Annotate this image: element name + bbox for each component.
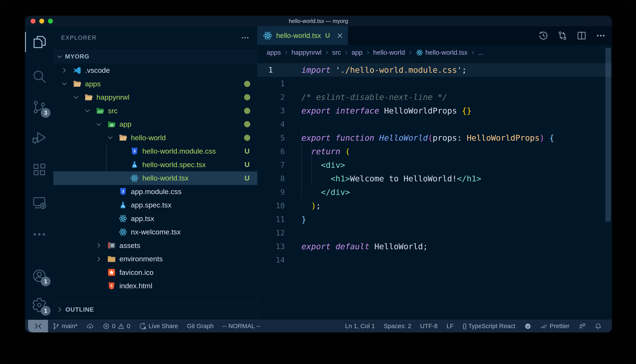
tab-git-status-badge: U <box>325 32 330 40</box>
editor-scrollbar[interactable] <box>605 48 611 222</box>
status-item-prettier[interactable]: Prettier <box>536 320 574 332</box>
code-line: 14 <box>258 253 612 267</box>
line-number: 1 <box>280 77 285 90</box>
status-item-indentation[interactable]: Spaces: 2 <box>379 320 416 332</box>
views-and-more-actions-button[interactable] <box>241 33 250 42</box>
status-item-feedback[interactable] <box>574 320 590 332</box>
activity-item-more-views[interactable] <box>25 223 54 246</box>
tree-item-assets[interactable]: assets <box>54 239 257 252</box>
activity-item-extensions[interactable] <box>25 159 54 181</box>
minimize-window-button[interactable] <box>39 19 44 24</box>
line-number: 4 <box>280 118 285 131</box>
tree-item-app-tsx[interactable]: app.tsx <box>54 212 257 226</box>
status-item-label: main* <box>62 323 78 330</box>
breadcrumb-item[interactable]: app <box>352 49 363 56</box>
code-editor[interactable]: 1import './hello-world.module.css';12/* … <box>258 60 612 320</box>
status-item-eol[interactable]: LF <box>442 320 458 332</box>
breadcrumb-item[interactable]: happynrwl <box>291 49 321 56</box>
split-editor-button[interactable] <box>576 30 587 41</box>
workspace-section-header[interactable]: MYORG <box>54 50 257 64</box>
tree-item-app-module-css[interactable]: 3app.module.css <box>54 185 257 198</box>
sidebar-title: EXPLORER <box>61 34 97 41</box>
breadcrumb-separator <box>324 50 330 55</box>
folder-open-icon <box>72 79 82 88</box>
open-changes-button[interactable] <box>557 30 568 41</box>
more-actions-button[interactable] <box>596 30 606 41</box>
line-number: 5 <box>280 131 285 145</box>
tree-item-hello-world-tsx[interactable]: hello-world.tsxU <box>54 172 257 185</box>
breadcrumb-item[interactable]: ... <box>478 49 484 56</box>
remote-explorer-icon <box>32 195 47 210</box>
tree-item-app-spec-tsx[interactable]: TSapp.spec.tsx <box>54 198 257 212</box>
status-item-github[interactable] <box>520 320 536 332</box>
react-icon <box>118 214 128 223</box>
status-item-git-graph[interactable]: Git Graph <box>182 320 218 332</box>
zoom-window-button[interactable] <box>48 19 53 24</box>
line-number-gutter: 4 <box>258 118 301 131</box>
open-timeline-button[interactable] <box>538 30 548 41</box>
activity-badge-source-control: 3 <box>41 108 51 118</box>
tree-item-apps[interactable]: apps <box>54 77 257 91</box>
tab-hello-world-tsx[interactable]: hello-world.tsx U <box>258 26 348 45</box>
feedback-icon <box>578 323 586 330</box>
status-item-value: 0 <box>127 323 130 330</box>
breadcrumb-item[interactable]: hello-world <box>373 49 405 56</box>
dot-icon <box>244 135 250 141</box>
activity-item-run-debug[interactable] <box>25 126 54 148</box>
line-number: 2 <box>280 90 285 104</box>
status-item-sync[interactable] <box>82 320 98 332</box>
line-number: 7 <box>280 158 285 172</box>
react-icon <box>130 174 139 183</box>
activity-item-source-control[interactable]: 3 <box>25 96 54 118</box>
chevron-right-icon <box>95 242 107 249</box>
activity-item-search[interactable] <box>25 65 54 88</box>
status-bar: main*00Live ShareGit Graph-- NORMAL -- L… <box>25 320 612 332</box>
close-tab-button[interactable] <box>336 32 343 39</box>
panel-header-timeline[interactable]: TIMELINE <box>54 316 257 320</box>
html-icon: 5 <box>107 281 116 290</box>
tree-item-app[interactable]: app <box>54 118 257 131</box>
status-item-encoding[interactable]: UTF-8 <box>416 320 442 332</box>
status-item-cursor-position[interactable]: Ln 1, Col 1 <box>341 320 379 332</box>
line-number-gutter: 13 <box>258 240 301 253</box>
tree-item-src[interactable]: </>src <box>54 104 257 118</box>
tree-item--vscode[interactable]: .vscode <box>54 64 257 77</box>
react-icon <box>118 228 128 237</box>
code-line: 5export function HelloWorld(props: Hello… <box>258 131 612 145</box>
breadcrumb-item[interactable]: hello-world.tsx <box>416 49 468 56</box>
close-window-button[interactable] <box>31 19 36 24</box>
status-item-git-branch[interactable]: main* <box>48 320 82 332</box>
tree-item-happynrwl[interactable]: happynrwl <box>54 90 257 104</box>
activity-item-explorer[interactable] <box>25 31 54 53</box>
breadcrumb-item[interactable]: src <box>332 49 341 56</box>
status-item-language-mode[interactable]: {} TypeScript React <box>458 320 520 332</box>
activity-item-remote-explorer[interactable] <box>25 192 54 214</box>
activity-item-settings[interactable]: 1 <box>25 294 54 316</box>
status-item-vim-mode[interactable]: -- NORMAL -- <box>218 320 265 332</box>
breadcrumb-separator <box>408 50 413 55</box>
chevron-down-icon <box>61 80 72 88</box>
tree-item-hello-world-module-css[interactable]: 3hello-world.module.cssU <box>54 144 257 158</box>
status-item-live-share[interactable]: Live Share <box>135 320 182 332</box>
tree-item-index-html[interactable]: 5index.html <box>54 279 257 293</box>
status-item-notifications[interactable] <box>590 320 606 332</box>
git-modified-dot <box>242 81 252 87</box>
tree-item-hello-world[interactable]: hello-world <box>54 131 257 145</box>
git-branch-icon <box>53 323 60 330</box>
status-item-problems[interactable]: 00 <box>98 320 135 332</box>
panel-header-outline[interactable]: OUTLINE <box>54 303 257 316</box>
tree-item-hello-world-spec-tsx[interactable]: TShello-world.spec.tsxU <box>54 158 257 172</box>
editor-actions <box>538 26 606 45</box>
line-number-gutter: 6 <box>258 145 301 158</box>
git-modified-dot <box>242 121 252 127</box>
line-number: 3 <box>280 104 285 118</box>
tree-item-environments[interactable]: environments <box>54 252 257 266</box>
tree-item-favicon-ico[interactable]: favicon.ico <box>54 266 257 279</box>
breadcrumb-label: src <box>332 49 341 56</box>
test-icon: TS <box>130 160 139 169</box>
remote-indicator-button[interactable] <box>28 320 48 332</box>
breadcrumb-label: happynrwl <box>291 49 321 56</box>
activity-item-accounts[interactable]: 1 <box>25 265 54 287</box>
tree-item-nx-welcome-tsx[interactable]: nx-welcome.tsx <box>54 225 257 239</box>
breadcrumb-item[interactable]: apps <box>267 49 281 56</box>
